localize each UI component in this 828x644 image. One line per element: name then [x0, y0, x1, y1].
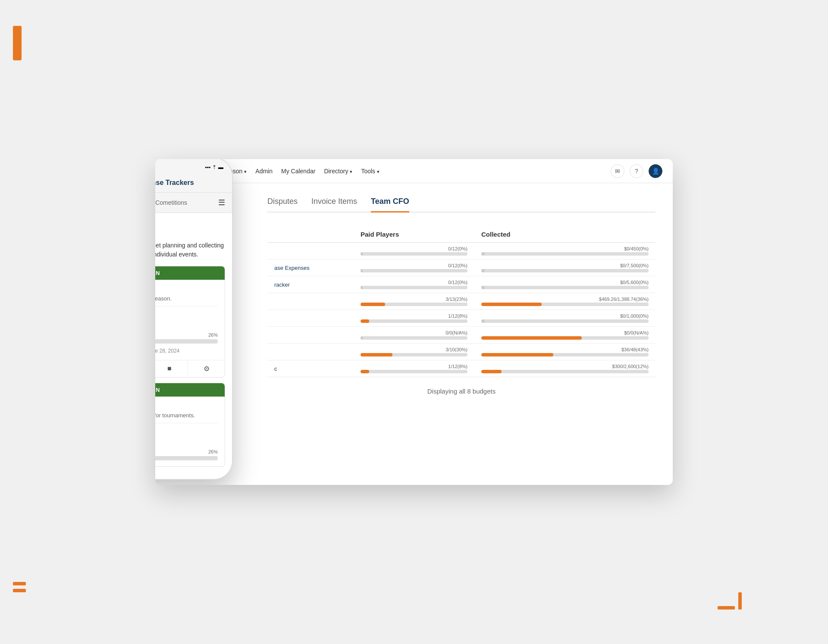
row-collected: $0/1,000(0%): [474, 310, 656, 327]
displaying-text: Displaying all 8 budgets: [267, 388, 656, 395]
table-row: 3/13(23%) $469.26/1,388.74(36%): [267, 293, 656, 310]
tracker-card-season-budget: OPEN Season Budget Expected expenses for…: [155, 266, 225, 378]
nav-admin[interactable]: Admin: [255, 168, 273, 175]
row-paid-players: 1/12(8%): [354, 360, 474, 377]
directory-chevron-icon: [350, 168, 352, 175]
row-collected: $469.26/1,388.74(36%): [474, 293, 656, 310]
progress-pct-2: 26%: [208, 449, 218, 454]
tracker-stats-2: 12 PLAYERS 0 PAID: [155, 428, 218, 443]
row-paid-players: 0/12(0%): [354, 243, 474, 259]
progress-bar: [155, 339, 218, 344]
table-row: c 1/12(8%) $300/2,600(12%): [267, 360, 656, 377]
nav-bar: ⚽ 2024-2025 Season Admin My Calendar Dir…: [155, 159, 673, 183]
signal-icon: ▪▪▪: [205, 164, 210, 170]
tracker-progress-2: 26%: [155, 456, 218, 460]
tracker-card-body: Season Budget Expected expenses for the …: [155, 280, 225, 360]
user-avatar-button[interactable]: 👤: [649, 164, 662, 178]
tracker-card-travel-expenses: OPEN Travel Expenses Calculating travel …: [155, 383, 225, 467]
nav-icons: ✉ ? 👤: [611, 164, 662, 178]
row-label: [267, 344, 354, 360]
row-paid-players: 0/12(0%): [354, 276, 474, 293]
phone-tab-bar: Recruiting Planning Cometitions ☰: [155, 193, 232, 213]
row-label: racker: [267, 276, 354, 293]
nav-directory[interactable]: Directory: [324, 168, 352, 175]
tracker-actions: ✉ 👁 ■ ⚙: [155, 360, 225, 377]
row-label: [267, 243, 354, 259]
corner-decoration-br: [718, 592, 742, 610]
row-label: [267, 310, 354, 327]
col-name-header: [267, 226, 354, 243]
tracker-title: Season Budget: [155, 286, 218, 294]
email-icon-button[interactable]: ✉: [611, 164, 624, 178]
tracker-progress: 26%: [155, 339, 218, 344]
tracker-description: Trackers help with team budget planning …: [155, 241, 225, 259]
row-paid-players: 1/12(8%): [354, 310, 474, 327]
menu-icon[interactable]: ☰: [218, 198, 225, 207]
tracker-card-body-2: Travel Expenses Calculating travel expen…: [155, 397, 225, 466]
phone-mockup: 9:41 ▪▪▪ ⇡ ▬ ‹ Team Budget / Expense Tra…: [155, 159, 233, 480]
col-collected-header: Collected: [474, 226, 656, 243]
tab-invoice-items[interactable]: Invoice Items: [311, 197, 357, 213]
browser-window: ⚽ 2024-2025 Season Admin My Calendar Dir…: [155, 159, 673, 485]
tracker-subtitle-2: Calculating travel expenses for tourname…: [155, 412, 218, 419]
tracker-stats: 12 PLAYERS 0 PAID: [155, 311, 218, 326]
table-row: 0/12(0%) $0/450(0%): [267, 243, 656, 259]
wifi-icon: ⇡: [212, 164, 216, 170]
tab-disputes[interactable]: Disputes: [267, 197, 298, 213]
phone-tab-competitions[interactable]: Cometitions: [155, 197, 192, 209]
progress-bar-2: [155, 456, 218, 460]
tracker-status-open: OPEN: [155, 266, 225, 280]
desktop-content: Disputes Invoice Items Team CFO Paid Pla…: [155, 183, 673, 485]
help-icon-button[interactable]: ?: [630, 164, 643, 178]
nav-tools[interactable]: Tools: [361, 168, 380, 175]
phone-body: New Tracker Trackers help with team budg…: [155, 213, 232, 479]
tab-team-cfo[interactable]: Team CFO: [371, 197, 409, 213]
tab-bar: Disputes Invoice Items Team CFO: [267, 197, 656, 213]
row-paid-players: 3/10(30%): [354, 344, 474, 360]
settings-action-button[interactable]: ⚙: [188, 360, 225, 377]
table-row: 1/12(8%) $0/1,000(0%): [267, 310, 656, 327]
tools-chevron-icon: [377, 168, 380, 175]
season-chevron-icon: [244, 168, 247, 175]
phone-status-bar: 9:41 ▪▪▪ ⇡ ▬: [155, 159, 232, 175]
col-paid-players-header: Paid Players: [354, 226, 474, 243]
row-label: [267, 293, 354, 310]
row-label: [267, 327, 354, 344]
phone-header: ‹ Team Budget / Expense Trackers: [155, 175, 232, 193]
row-collected: $0/7,500(0%): [474, 259, 656, 276]
row-collected: $0/450(0%): [474, 243, 656, 259]
row-label: c: [267, 360, 354, 377]
nav-items: 2024-2025 Season Admin My Calendar Direc…: [191, 168, 600, 175]
row-collected: $0/0(N/A%): [474, 327, 656, 344]
corner-decoration-tl: [13, 26, 22, 60]
row-paid-players: 3/13(23%): [354, 293, 474, 310]
table-row: 0/0(N/A%) $0/0(N/A%): [267, 327, 656, 344]
tracker-subtitle: Expected expenses for the season.: [155, 295, 218, 302]
phone-page-title: Team Budget / Expense Trackers: [155, 179, 194, 187]
tracker-title-2: Travel Expenses: [155, 403, 218, 410]
battery-icon: ▬: [218, 164, 223, 170]
tracker-created: Created by Thor Dunne on June 28, 2024: [155, 348, 218, 354]
stop-action-button[interactable]: ■: [155, 360, 188, 377]
phone-status-icons: ▪▪▪ ⇡ ▬: [205, 164, 223, 170]
table-row: racker 0/12(0%) $0/5,600(0%): [267, 276, 656, 293]
row-collected: $36/48(43%): [474, 344, 656, 360]
row-paid-players: 0/0(N/A%): [354, 327, 474, 344]
tracker-status-open-2: OPEN: [155, 383, 225, 397]
row-paid-players: 0/12(0%): [354, 259, 474, 276]
progress-pct: 26%: [208, 332, 218, 338]
row-collected: $0/5,600(0%): [474, 276, 656, 293]
budget-table: Paid Players Collected 0/12(0%) $0/450(0…: [267, 226, 656, 377]
nav-calendar[interactable]: My Calendar: [281, 168, 315, 175]
row-label: ase Expenses: [267, 259, 354, 276]
row-collected: $300/2,600(12%): [474, 360, 656, 377]
table-row: 3/10(30%) $36/48(43%): [267, 344, 656, 360]
table-row: ase Expenses 0/12(0%) $0/7,500(0%): [267, 259, 656, 276]
corner-decoration-bl: [13, 582, 26, 592]
